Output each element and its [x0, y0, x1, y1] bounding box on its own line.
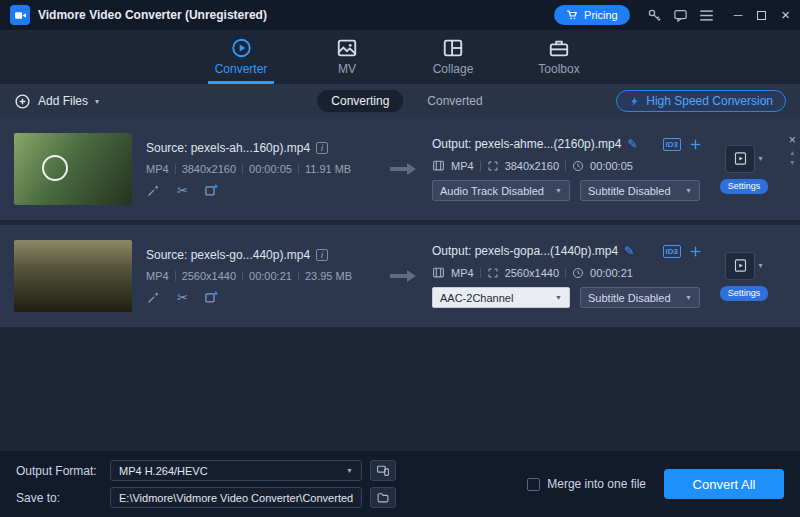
divider — [298, 164, 299, 174]
compress-icon[interactable] — [689, 138, 702, 151]
output-format-select[interactable]: MP4 H.264/HEVC ▼ — [110, 460, 362, 481]
footer-bar: Output Format: MP4 H.264/HEVC ▼ Save to:… — [0, 451, 800, 517]
chevron-down-icon: ▼ — [359, 494, 362, 501]
move-up-icon[interactable]: ▴ — [790, 149, 794, 157]
enhance-icon[interactable] — [146, 290, 161, 305]
pricing-label: Pricing — [584, 9, 618, 21]
register-key-icon[interactable] — [646, 6, 664, 24]
track-dropdowns: Audio Track Disabled ▼ Subtitle Disabled… — [432, 180, 704, 201]
video-thumbnail-2[interactable] — [14, 240, 132, 312]
source-resolution: 3840x2160 — [182, 163, 236, 175]
video-thumbnail-1[interactable] — [14, 133, 132, 205]
source-filename: Source: pexels-go...440p).mp4 — [146, 248, 310, 262]
file-row-2: Source: pexels-go...440p).mp4 i MP4 2560… — [0, 225, 800, 327]
audio-track-dropdown[interactable]: AAC-2Channel ▼ — [432, 287, 570, 308]
window-title: Vidmore Video Converter (Unregistered) — [38, 8, 267, 22]
row-controls-1: ▾ Settings — [714, 145, 774, 194]
toolbar: Add Files ▾ Converting Converted High Sp… — [0, 84, 800, 118]
chevron-down-icon: ▼ — [346, 467, 353, 474]
rename-icon[interactable]: ✎ — [627, 137, 637, 151]
add-files-button[interactable]: Add Files ▾ — [14, 93, 99, 110]
file-list: Source: pexels-ah...160p).mp4 i MP4 3840… — [0, 118, 800, 451]
save-to-select[interactable]: E:\Vidmore\Vidmore Video Converter\Conve… — [110, 487, 362, 508]
audio-track-value: Audio Track Disabled — [440, 185, 544, 197]
queue-tabs: Converting Converted — [317, 90, 482, 112]
move-down-icon[interactable]: ▾ — [790, 159, 794, 167]
profile-caret-icon[interactable]: ▾ — [758, 261, 762, 270]
feedback-icon[interactable] — [672, 6, 690, 24]
divider — [242, 164, 243, 174]
settings-button[interactable]: Settings — [720, 286, 768, 301]
cart-icon — [566, 9, 578, 21]
source-meta: MP4 2560x1440 00:00:21 23.95 MB — [146, 270, 374, 282]
tab-collage-label: Collage — [433, 62, 474, 76]
chevron-down-icon: ▼ — [555, 187, 562, 194]
merge-option[interactable]: Merge into one file — [527, 477, 646, 491]
output-duration: 00:00:21 — [590, 267, 633, 279]
window-controls: ─ × — [734, 9, 790, 21]
menu-icon[interactable] — [698, 6, 716, 24]
maximize-button[interactable] — [757, 11, 766, 20]
tab-converter[interactable]: Converter — [208, 37, 274, 84]
settings-button[interactable]: Settings — [720, 179, 768, 194]
source-format: MP4 — [146, 270, 169, 282]
cut-icon[interactable]: ✂ — [177, 290, 188, 305]
tab-collage[interactable]: Collage — [420, 37, 486, 84]
id3-badge[interactable]: ID3 — [663, 138, 681, 151]
pricing-button[interactable]: Pricing — [554, 5, 630, 25]
output-info-2: Output: pexels-gopa...(1440p).mp4 ✎ ID3 … — [432, 244, 704, 308]
collage-icon — [442, 37, 464, 59]
audio-track-dropdown[interactable]: Audio Track Disabled ▼ — [432, 180, 570, 201]
edit-icon[interactable] — [204, 290, 219, 305]
source-info-2: Source: pexels-go...440p).mp4 i MP4 2560… — [146, 248, 374, 305]
source-meta: MP4 3840x2160 00:00:05 11.91 MB — [146, 163, 374, 175]
track-dropdowns: AAC-2Channel ▼ Subtitle Disabled ▼ — [432, 287, 704, 308]
subtitle-dropdown[interactable]: Subtitle Disabled ▼ — [580, 180, 700, 201]
save-to-value: E:\Vidmore\Vidmore Video Converter\Conve… — [119, 492, 353, 504]
remove-file-icon[interactable]: × — [788, 132, 796, 147]
tab-converter-label: Converter — [215, 62, 268, 76]
merge-label: Merge into one file — [547, 477, 646, 491]
compress-icon[interactable] — [689, 245, 702, 258]
edit-icon[interactable] — [204, 183, 219, 198]
cut-icon[interactable]: ✂ — [177, 183, 188, 198]
rename-icon[interactable]: ✎ — [624, 244, 634, 258]
tab-toolbox[interactable]: Toolbox — [526, 37, 592, 84]
format-icon — [432, 159, 445, 172]
output-profile-button[interactable] — [725, 145, 755, 173]
enhance-icon[interactable] — [146, 183, 161, 198]
info-icon[interactable]: i — [316, 142, 328, 154]
high-speed-conversion-button[interactable]: High Speed Conversion — [616, 90, 786, 112]
tab-mv-label: MV — [338, 62, 356, 76]
output-meta: MP4 3840x2160 00:00:05 — [432, 159, 704, 172]
info-icon[interactable]: i — [316, 249, 328, 261]
title-bar: Vidmore Video Converter (Unregistered) P… — [0, 0, 800, 30]
save-to-label: Save to: — [16, 491, 102, 505]
maximize-icon — [757, 11, 766, 20]
merge-checkbox[interactable] — [527, 478, 540, 491]
close-button[interactable]: × — [781, 9, 790, 21]
tab-toolbox-label: Toolbox — [538, 62, 579, 76]
tab-converted[interactable]: Converted — [427, 94, 482, 108]
id3-badge[interactable]: ID3 — [663, 245, 681, 258]
app-window: Vidmore Video Converter (Unregistered) P… — [0, 0, 800, 517]
convert-all-button[interactable]: Convert All — [664, 469, 784, 499]
profile-caret-icon[interactable]: ▾ — [758, 154, 762, 163]
converter-icon — [230, 37, 253, 59]
source-size: 23.95 MB — [305, 270, 352, 282]
source-duration: 00:00:05 — [249, 163, 292, 175]
device-preset-button[interactable] — [370, 460, 396, 481]
open-folder-button[interactable] — [370, 487, 396, 508]
minimize-button[interactable]: ─ — [734, 9, 743, 21]
output-profile-button[interactable] — [725, 252, 755, 280]
subtitle-dropdown[interactable]: Subtitle Disabled ▼ — [580, 287, 700, 308]
output-format-label: Output Format: — [16, 464, 102, 478]
tab-converting[interactable]: Converting — [317, 90, 403, 112]
output-format-value: MP4 H.264/HEVC — [119, 465, 208, 477]
subtitle-value: Subtitle Disabled — [588, 185, 671, 197]
output-format: MP4 — [451, 160, 474, 172]
clock-icon — [572, 267, 584, 279]
divider — [480, 268, 481, 278]
tab-mv[interactable]: MV — [314, 37, 380, 84]
output-duration: 00:00:05 — [590, 160, 633, 172]
